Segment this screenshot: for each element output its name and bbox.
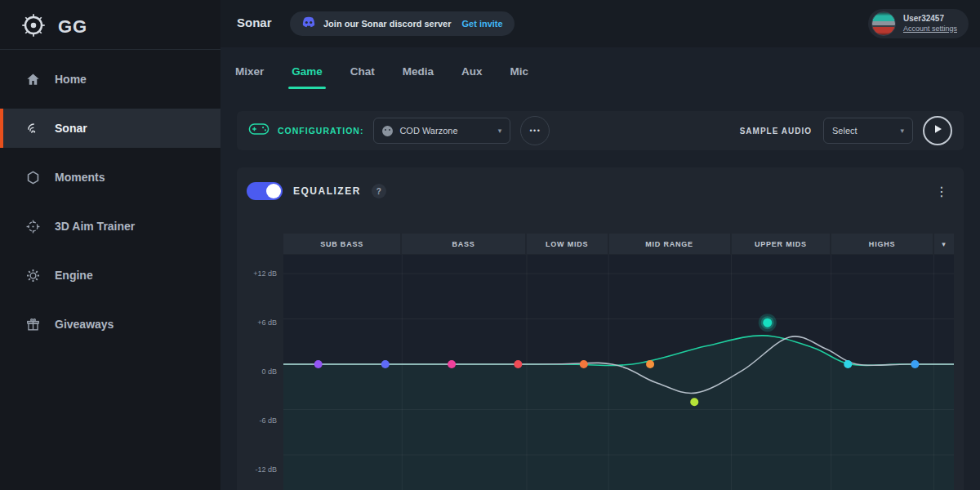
eq-band-dot-6[interactable] [690, 398, 698, 406]
sonar-app: GG HomeSonarMoments3D Aim TrainerEngineG… [0, 0, 980, 490]
eq-band-dot-9[interactable] [911, 360, 919, 368]
sample-audio-value: Select [832, 126, 858, 136]
toggle-knob [266, 184, 281, 198]
kebab-menu-icon[interactable]: ⋮ [934, 184, 949, 199]
sidebar-item-sonar[interactable]: Sonar [0, 109, 220, 148]
sidebar-item-home[interactable]: Home [0, 60, 220, 99]
play-icon [932, 123, 943, 138]
hexagon-icon [24, 169, 41, 185]
equalizer-panel: EQUALIZER ? ⋮ SUB BASSBASSLOW MIDSMID RA… [237, 167, 964, 490]
gamepad-icon [248, 122, 270, 140]
discord-message: Join our Sonar discord server [323, 19, 452, 29]
discord-get-invite-link[interactable]: Get invite [462, 19, 503, 29]
tab-aux[interactable]: Aux [461, 59, 483, 89]
topbar: Sonar Join our Sonar discord server Get … [220, 0, 980, 47]
equalizer-chart[interactable]: +12 dB+6 dB0 dB-6 dB-12 dB [283, 255, 954, 490]
sidebar-nav: HomeSonarMoments3D Aim TrainerEngineGive… [0, 60, 220, 344]
sidebar-item-moments[interactable]: Moments [0, 158, 220, 197]
sidebar-divider [0, 49, 220, 50]
sample-audio-label: SAMPLE AUDIO [740, 127, 812, 136]
help-icon[interactable]: ? [372, 184, 386, 198]
tab-mixer[interactable]: Mixer [235, 59, 264, 89]
sonar-waves-icon [24, 120, 41, 136]
play-sample-button[interactable] [923, 116, 952, 145]
band-header-row: SUB BASSBASSLOW MIDSMID RANGEUPPER MIDSH… [283, 234, 954, 254]
configuration-value: COD Warzone [399, 126, 457, 136]
sidebar-item-aim-trainer[interactable]: 3D Aim Trainer [0, 207, 220, 246]
band-header-bass: BASS [402, 234, 525, 254]
sidebar-item-label: Moments [55, 171, 105, 184]
crosshair-icon [24, 218, 41, 234]
band-header-mid-range: MID RANGE [609, 234, 730, 254]
sidebar-item-giveaways[interactable]: Giveaways [0, 305, 220, 344]
steelseries-icon [21, 13, 46, 41]
game-icon [382, 126, 393, 136]
configuration-bar: CONFIGURATION: COD Warzone ▾ ••• SAMPLE … [237, 111, 964, 150]
account-settings-link[interactable]: Account settings [903, 24, 957, 33]
band-header-low-mids: LOW MIDS [527, 234, 608, 254]
sidebar-item-engine[interactable]: Engine [0, 256, 220, 295]
eq-band-dot-5[interactable] [646, 360, 654, 368]
band-header-highs: HIGHS [831, 234, 933, 254]
sidebar-item-label: Sonar [55, 122, 87, 135]
more-options-button[interactable]: ••• [520, 116, 550, 145]
eq-band-dot-4[interactable] [580, 360, 588, 368]
band-selector-chevron[interactable]: ▾ [934, 234, 954, 254]
band-header-sub-bass: SUB BASS [283, 234, 400, 254]
y-axis-tick: 0 dB [239, 368, 277, 376]
y-axis-tick: +6 dB [239, 318, 277, 327]
sidebar: GG HomeSonarMoments3D Aim TrainerEngineG… [0, 0, 220, 490]
sidebar-item-label: Giveaways [55, 318, 114, 331]
y-axis-tick: +12 dB [239, 270, 277, 278]
tab-chat[interactable]: Chat [350, 59, 375, 89]
equalizer-header: EQUALIZER ? ⋮ [247, 182, 949, 200]
user-chip[interactable]: User32457 Account settings [868, 9, 969, 38]
gift-icon [24, 316, 41, 332]
tab-mic[interactable]: Mic [510, 59, 529, 89]
channel-tabs: MixerGameChatMediaAuxMic [235, 59, 528, 89]
configuration-dropdown[interactable]: COD Warzone ▾ [373, 118, 510, 144]
gear-icon [24, 267, 41, 283]
y-axis-tick: -12 dB [239, 466, 277, 474]
eq-band-dot-3[interactable] [514, 360, 522, 368]
equalizer-plot[interactable] [283, 255, 954, 490]
equalizer-title: EQUALIZER [293, 185, 361, 197]
tab-game[interactable]: Game [292, 59, 323, 89]
sample-audio-dropdown[interactable]: Select ▾ [823, 118, 913, 144]
sidebar-item-label: Engine [55, 269, 93, 282]
discord-banner[interactable]: Join our Sonar discord server Get invite [290, 11, 514, 36]
chevron-down-icon: ▾ [498, 127, 502, 135]
eq-band-dot-8[interactable] [844, 360, 852, 368]
page-title: Sonar [237, 16, 272, 29]
sidebar-item-label: 3D Aim Trainer [55, 220, 135, 233]
eq-band-dot-7[interactable] [763, 318, 772, 327]
chevron-down-icon: ▾ [900, 127, 904, 135]
sidebar-item-label: Home [55, 73, 87, 86]
home-icon [24, 71, 41, 87]
avatar [871, 11, 896, 36]
eq-band-dot-1[interactable] [381, 360, 390, 368]
band-header-upper-mids: UPPER MIDS [732, 234, 831, 254]
app-logo: GG [0, 0, 220, 49]
eq-band-dot-0[interactable] [314, 360, 323, 368]
y-axis-tick: -6 dB [239, 416, 277, 425]
configuration-label: CONFIGURATION: [278, 126, 363, 136]
eq-band-dot-2[interactable] [448, 360, 456, 368]
logo-text: GG [58, 16, 87, 38]
username: User32457 [903, 14, 957, 24]
discord-icon [301, 16, 316, 31]
tab-media[interactable]: Media [403, 59, 434, 89]
equalizer-toggle[interactable] [247, 182, 283, 200]
